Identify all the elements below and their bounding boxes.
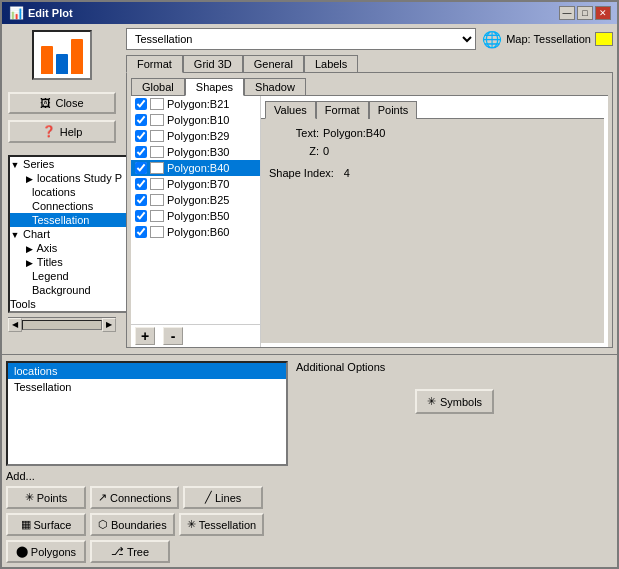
tessellation-select[interactable]: Tessellation — [126, 28, 476, 50]
add-points-button[interactable]: ✳ Points — [6, 486, 86, 509]
collapse-titles-icon: ▶ — [24, 258, 34, 268]
z-label: Z: — [269, 145, 319, 157]
h-scroll-right-btn[interactable]: ▶ — [102, 318, 116, 332]
tree-item-tessellation[interactable]: Tessellation — [10, 213, 136, 227]
values-tab-values[interactable]: Values — [265, 101, 316, 119]
shape-checkbox-b60[interactable] — [135, 226, 147, 238]
collapse-axis-icon: ▶ — [24, 244, 34, 254]
shape-color-b30 — [150, 146, 164, 158]
tree-item-locations-study[interactable]: ▶ locations Study P — [10, 171, 136, 185]
tab-grid3d[interactable]: Grid 3D — [183, 55, 243, 73]
values-tabs-bar: Values Format Points — [261, 96, 608, 118]
shapes-list[interactable]: Polygon:B21 Polygon:B10 Polygon:B29 — [131, 96, 260, 324]
tree-item-legend[interactable]: Legend — [10, 269, 136, 283]
tab-content: Global Shapes Shadow Polygon:B21 — [126, 72, 613, 348]
add-polygons-button[interactable]: ⬤ Polygons — [6, 540, 86, 563]
help-button[interactable]: ❓ Help — [8, 120, 116, 143]
tab-format[interactable]: Format — [126, 55, 183, 73]
shape-checkbox-b10[interactable] — [135, 114, 147, 126]
add-buttons: ✳ Points ↗ Connections ╱ Lines ▦ Surface… — [6, 486, 288, 563]
collapse-chart-icon: ▼ — [10, 230, 20, 240]
tab-labels[interactable]: Labels — [304, 55, 358, 73]
add-connections-button[interactable]: ↗ Connections — [90, 486, 179, 509]
map-color-box — [595, 32, 613, 46]
minimize-button[interactable]: — — [559, 6, 575, 20]
shape-checkbox-b30[interactable] — [135, 146, 147, 158]
sub-tab-global[interactable]: Global — [131, 78, 185, 96]
tree-item-background[interactable]: Background — [10, 283, 136, 297]
shape-item-b50[interactable]: Polygon:B50 — [131, 208, 260, 224]
add-shape-button[interactable]: + — [135, 327, 155, 345]
right-panel: Tessellation 🌐 Map: Tessellation Format … — [122, 24, 617, 352]
main-window: 📊 Edit Plot — □ ✕ 🖼 Close — [0, 0, 619, 569]
shape-checkbox-b70[interactable] — [135, 178, 147, 190]
connections-icon: ↗ — [98, 491, 107, 504]
tree-item-chart[interactable]: ▼ Chart — [10, 227, 136, 241]
bottom-area: locations Tessellation Add... ✳ Points ↗… — [2, 357, 617, 567]
text-label: Text: — [269, 127, 319, 139]
symbols-button[interactable]: ✳ Symbols — [415, 389, 494, 414]
close-button[interactable]: 🖼 Close — [8, 92, 116, 114]
tree-item-series[interactable]: ▼ Series — [10, 157, 136, 171]
add-boundaries-button[interactable]: ⬡ Boundaries — [90, 513, 175, 536]
add-tessellation-button[interactable]: ✳ Tessellation — [179, 513, 264, 536]
sub-tab-shapes[interactable]: Shapes — [185, 78, 244, 96]
shape-item-b10[interactable]: Polygon:B10 — [131, 112, 260, 128]
values-panel: Values Format Points Text: Polygon:B40 Z… — [261, 96, 608, 347]
tree-item-axis[interactable]: ▶ Axis — [10, 241, 136, 255]
help-icon: ❓ — [42, 125, 56, 138]
shape-color-b21 — [150, 98, 164, 110]
shape-color-b40 — [150, 162, 164, 174]
shape-item-b70[interactable]: Polygon:B70 — [131, 176, 260, 192]
values-tab-format[interactable]: Format — [316, 101, 369, 119]
shape-item-b29[interactable]: Polygon:B29 — [131, 128, 260, 144]
layer-item-locations[interactable]: locations — [8, 363, 286, 379]
layers-list[interactable]: locations Tessellation — [6, 361, 288, 466]
shape-checkbox-b50[interactable] — [135, 210, 147, 222]
remove-shape-button[interactable]: - — [163, 327, 183, 345]
values-tab-points[interactable]: Points — [369, 101, 418, 119]
divider — [2, 354, 617, 355]
window-close-button[interactable]: ✕ — [595, 6, 611, 20]
add-surface-button[interactable]: ▦ Surface — [6, 513, 86, 536]
app-icon: 📊 — [8, 5, 24, 21]
map-label-row: 🌐 Map: Tessellation — [482, 30, 613, 49]
shape-item-b25[interactable]: Polygon:B25 — [131, 192, 260, 208]
tree-item-locations[interactable]: locations — [10, 185, 136, 199]
tree-item-connections[interactable]: Connections — [10, 199, 136, 213]
shape-checkbox-b40[interactable] — [135, 162, 147, 174]
text-row: Text: Polygon:B40 — [269, 127, 596, 139]
shape-item-b40[interactable]: Polygon:B40 — [131, 160, 260, 176]
sub-tab-shadow[interactable]: Shadow — [244, 78, 306, 96]
tree-item-tools[interactable]: Tools — [10, 297, 136, 311]
tree-h-scrollbar[interactable]: ◀ ▶ — [8, 317, 116, 331]
shape-checkbox-b21[interactable] — [135, 98, 147, 110]
add-tree-button[interactable]: ⎇ Tree — [90, 540, 170, 563]
btn-panel: 🖼 Close ❓ Help — [8, 92, 116, 143]
z-row: Z: 0 — [269, 145, 596, 157]
shape-item-b21[interactable]: Polygon:B21 — [131, 96, 260, 112]
bottom-left: locations Tessellation Add... ✳ Points ↗… — [2, 357, 292, 567]
shape-color-b25 — [150, 194, 164, 206]
boundaries-icon: ⬡ — [98, 518, 108, 531]
shape-color-b29 — [150, 130, 164, 142]
h-scroll-track[interactable] — [22, 320, 102, 330]
shape-color-b70 — [150, 178, 164, 190]
layer-item-tessellation[interactable]: Tessellation — [8, 379, 286, 395]
shape-item-b60[interactable]: Polygon:B60 — [131, 224, 260, 240]
add-lines-button[interactable]: ╱ Lines — [183, 486, 263, 509]
shape-item-b30[interactable]: Polygon:B30 — [131, 144, 260, 160]
text-value: Polygon:B40 — [323, 127, 385, 139]
tree-item-titles[interactable]: ▶ Titles — [10, 255, 136, 269]
shape-checkbox-b25[interactable] — [135, 194, 147, 206]
tessellation-icon: ✳ — [187, 518, 196, 531]
close-icon: 🖼 — [40, 97, 51, 109]
tab-general[interactable]: General — [243, 55, 304, 73]
maximize-button[interactable]: □ — [577, 6, 593, 20]
symbols-icon: ✳ — [427, 395, 436, 408]
add-label: Add... — [6, 470, 288, 482]
globe-icon: 🌐 — [482, 30, 502, 49]
shape-checkbox-b29[interactable] — [135, 130, 147, 142]
main-content: 🖼 Close ❓ Help ▼ Series ▶ loca — [2, 24, 617, 352]
h-scroll-left-btn[interactable]: ◀ — [8, 318, 22, 332]
